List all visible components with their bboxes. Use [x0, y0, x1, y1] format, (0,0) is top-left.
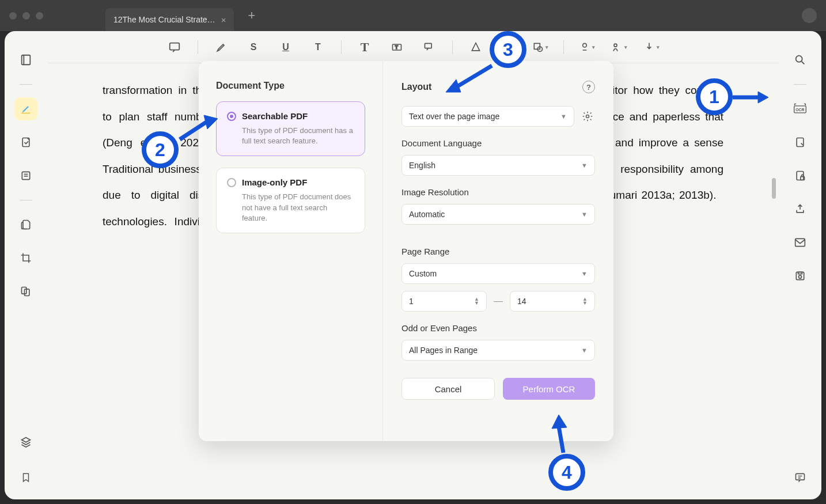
range-dash: — [494, 296, 503, 306]
annotation-3: 3 [490, 31, 526, 68]
perform-ocr-button[interactable]: Perform OCR [503, 378, 595, 400]
avatar[interactable] [802, 8, 817, 23]
tab-title: 12The Most Crucial Strate… [113, 15, 215, 24]
resolution-value: Automatic [409, 210, 445, 219]
text-icon[interactable]: T [355, 38, 374, 56]
chevron-down-icon: ▼ [581, 211, 588, 218]
highlighter-icon[interactable] [14, 97, 37, 120]
textbox-icon[interactable]: T [388, 38, 406, 56]
radio-selected-icon [227, 112, 236, 121]
layers-icon[interactable] [14, 430, 37, 453]
type-imageonly-desc: This type of PDF document does not have … [227, 192, 354, 223]
search-icon[interactable] [789, 48, 812, 71]
svg-rect-23 [795, 238, 805, 246]
comment-icon[interactable] [165, 38, 184, 56]
language-heading: Document Language [401, 138, 595, 148]
chat-icon[interactable] [789, 466, 812, 489]
tab-document[interactable]: 12The Most Crucial Strate… × [105, 8, 234, 31]
scrollbar-thumb[interactable] [772, 178, 776, 199]
callout-icon[interactable] [420, 38, 438, 56]
page-range-value: Custom [409, 269, 437, 278]
cancel-button[interactable]: Cancel [401, 378, 495, 400]
perform-label: Perform OCR [523, 384, 575, 394]
compare-icon[interactable] [14, 280, 37, 303]
underline-icon[interactable]: U [276, 38, 295, 56]
svg-point-14 [583, 43, 587, 47]
svg-point-30 [586, 115, 589, 118]
stepper-icon[interactable]: ▲▼ [582, 297, 588, 305]
type-imageonly-pdf[interactable]: Image-only PDF This type of PDF document… [216, 168, 365, 233]
arrow-4 [547, 415, 575, 456]
squiggly-icon[interactable]: T [309, 38, 327, 56]
mail-icon[interactable] [789, 231, 812, 254]
pages-icon[interactable] [14, 213, 37, 236]
divider [20, 200, 32, 200]
separator [341, 40, 342, 54]
minimize-window-icon[interactable] [22, 12, 30, 20]
svg-rect-27 [796, 473, 805, 480]
separator [198, 40, 198, 54]
thumbnails-icon[interactable] [14, 48, 37, 71]
arrow-1 [733, 89, 768, 105]
chevron-down-icon: ▼ [581, 270, 588, 277]
svg-rect-6 [22, 287, 26, 294]
sign-icon[interactable]: ▾ [642, 38, 661, 56]
signature-icon[interactable]: ▾ [610, 38, 628, 56]
maximize-window-icon[interactable] [36, 12, 43, 20]
layout-heading-row: Layout ? [401, 81, 595, 93]
divider [794, 84, 806, 85]
layout-select[interactable]: Text over the page image ▼ [401, 106, 574, 127]
language-select[interactable]: English ▼ [401, 155, 595, 176]
type-imageonly-label: Image-only PDF [242, 177, 307, 187]
help-icon[interactable]: ? [582, 81, 595, 93]
chevron-down-icon: ▼ [581, 162, 588, 169]
page-range-select[interactable]: Custom ▼ [401, 263, 595, 284]
separator [563, 40, 564, 54]
shapes-icon[interactable]: ▾ [531, 38, 550, 56]
annotation-toolbar: S U T T T ▾ ▾ ▾ ▾ [47, 31, 779, 63]
page-range-from[interactable]: 1 ▲▼ [401, 291, 487, 312]
svg-line-35 [457, 66, 492, 86]
separator [452, 40, 453, 54]
page-to-value: 14 [517, 297, 526, 306]
svg-marker-38 [552, 415, 567, 429]
note-icon[interactable] [14, 131, 37, 154]
type-searchable-pdf[interactable]: Searchable PDF This type of PDF document… [216, 101, 365, 156]
bookmark-icon[interactable] [14, 466, 37, 489]
svg-line-37 [559, 426, 563, 453]
close-window-icon[interactable] [9, 12, 17, 20]
crop-icon[interactable] [14, 247, 37, 270]
new-tab-button[interactable]: + [248, 8, 255, 23]
save-icon[interactable] [789, 264, 812, 287]
pen-icon[interactable] [467, 38, 485, 56]
stepper-icon[interactable]: ▲▼ [474, 297, 479, 305]
svg-marker-32 [758, 92, 768, 103]
highlight-tool-icon[interactable] [212, 38, 230, 56]
layout-heading: Layout [401, 82, 431, 92]
chevron-down-icon: ▼ [560, 113, 567, 120]
close-tab-icon[interactable]: × [221, 15, 226, 25]
left-sidebar [5, 31, 47, 499]
svg-point-25 [799, 275, 802, 278]
svg-text:T: T [395, 44, 398, 50]
bottom-left-tools [5, 430, 47, 489]
page-range-to[interactable]: 14 ▲▼ [510, 291, 595, 312]
share-icon[interactable] [789, 198, 812, 221]
reader-icon[interactable] [14, 164, 37, 187]
svg-rect-8 [170, 43, 180, 50]
resolution-select[interactable]: Automatic ▼ [401, 204, 595, 225]
resolution-heading: Image Resolution [401, 187, 595, 197]
language-value: English [409, 161, 435, 170]
svg-line-33 [180, 122, 206, 139]
odd-even-select[interactable]: All Pages in Range ▼ [401, 340, 595, 361]
protect-icon[interactable] [789, 164, 812, 187]
ocr-icon[interactable]: OCR [789, 97, 812, 120]
stamp-icon[interactable]: ▾ [578, 38, 596, 56]
annotation-2: 2 [142, 131, 179, 168]
strikethrough-icon[interactable]: S [244, 38, 263, 56]
dialog-left-pane: Document Type Searchable PDF This type o… [199, 61, 383, 441]
edit-pdf-icon[interactable] [789, 131, 812, 154]
type-searchable-desc: This type of PDF document has a full tex… [227, 126, 354, 146]
gear-icon[interactable] [580, 109, 595, 124]
svg-text:OCR: OCR [795, 108, 804, 112]
